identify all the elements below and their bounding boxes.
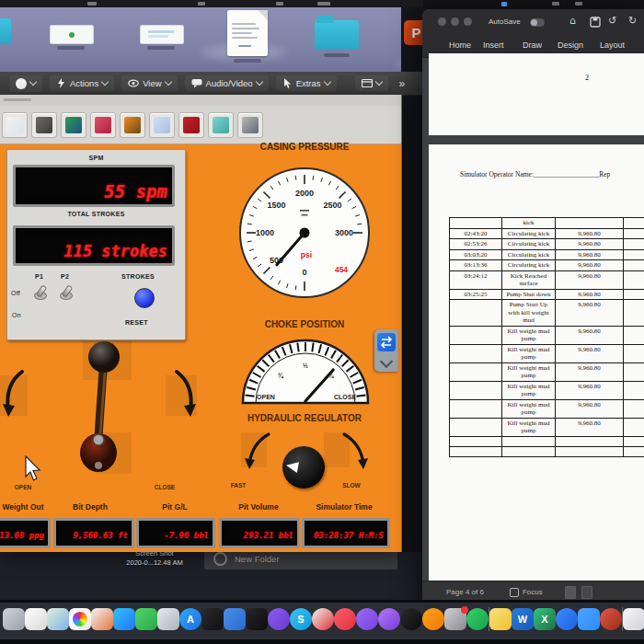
dock-screenshot-thumb-icon[interactable]: [623, 608, 644, 630]
dock-skype-icon[interactable]: S: [290, 608, 312, 630]
session-menu-button[interactable]: [9, 75, 42, 92]
p2-switch[interactable]: [57, 284, 74, 301]
toolbar-monitor-view-button[interactable]: [237, 112, 263, 138]
dock-keynote-icon[interactable]: [224, 608, 246, 630]
table-row: 03:13:36Circulating kick9,960.80: [450, 260, 644, 271]
dock-settings-icon[interactable]: [444, 608, 466, 630]
dock-tv-icon[interactable]: [400, 608, 422, 630]
window-select-button[interactable]: [355, 75, 388, 91]
tab-home[interactable]: Home: [449, 40, 471, 50]
choke-lever[interactable]: [72, 339, 136, 477]
desktop-document-icon[interactable]: [227, 10, 268, 56]
toolbar-mud-pits-button[interactable]: [90, 112, 116, 138]
toolbar-kill-sheet-button[interactable]: [178, 112, 204, 138]
zoom-button[interactable]: [464, 17, 472, 26]
dock-star-app-icon[interactable]: [268, 608, 290, 630]
dock-dark-grid-app-icon[interactable]: [246, 608, 268, 630]
cell-extra: [624, 363, 644, 381]
table-row: [450, 447, 644, 457]
mouse-cursor: [24, 455, 42, 481]
dock-zoom-icon[interactable]: [578, 608, 600, 630]
dock-red-sphere-app-icon[interactable]: [600, 608, 622, 630]
chevron-down-icon: [255, 78, 262, 86]
simulator-toolbar: [0, 106, 401, 144]
toolbar-more-button[interactable]: »: [399, 77, 406, 90]
desktop-screenshot-thumb-2[interactable]: [140, 25, 184, 44]
toolbar-bop-stack-button[interactable]: [61, 112, 86, 138]
dock-preview-icon[interactable]: [157, 608, 179, 630]
menu-audio-video[interactable]: Audio/Video: [185, 75, 269, 91]
cell-extra: [624, 400, 644, 418]
document-page-2[interactable]: Simulator Operator Name:________________…: [429, 144, 644, 581]
dock-launchpad-icon[interactable]: [91, 608, 113, 630]
session-app-icon: [16, 78, 27, 89]
pit-volume-label: Pit Volume: [223, 502, 294, 512]
undo-icon[interactable]: ↺: [608, 15, 616, 27]
toolbar-graph-window-button[interactable]: [149, 112, 175, 138]
cell-event: Pump Shut down: [502, 290, 556, 300]
cell-event: [502, 437, 556, 446]
toolbar-strip-chart-button[interactable]: [208, 112, 234, 138]
dock-finder-icon[interactable]: [3, 608, 25, 630]
pit-volume-display: 293.21 bbl: [219, 518, 300, 548]
dock-green-ring-app-icon[interactable]: [466, 608, 489, 630]
dock-word-icon[interactable]: W: [512, 608, 534, 630]
dock-teamviewer-icon[interactable]: [556, 608, 578, 630]
desktop-screenshot-thumb-1[interactable]: [50, 25, 94, 44]
document-page-1[interactable]: 2: [429, 53, 644, 135]
dock-textedit-icon[interactable]: [25, 608, 47, 630]
dock-red-slash-app-icon[interactable]: [312, 608, 334, 630]
toolbar-choke-panel-button[interactable]: [120, 112, 145, 138]
minimize-button[interactable]: [451, 17, 459, 26]
home-icon[interactable]: ⌂: [569, 15, 576, 27]
dock-stocks-icon[interactable]: [201, 608, 224, 630]
cell-depth: 9,960.80: [556, 260, 624, 270]
dock-notes-icon[interactable]: [489, 608, 512, 630]
tab-design[interactable]: Design: [558, 40, 583, 50]
dock-maps-icon[interactable]: [47, 608, 69, 630]
toolbar-well-schematic-button[interactable]: [2, 112, 28, 138]
app-window-icon: [362, 78, 373, 88]
simulator-time-display: 03:28:37 H:M:S: [302, 518, 390, 548]
cell-event: [502, 447, 556, 456]
dock-podcasts-icon[interactable]: [378, 608, 400, 630]
menu-extras[interactable]: Extras: [276, 75, 337, 91]
teamviewer-side-tab[interactable]: [374, 329, 398, 372]
autosave-toggle[interactable]: [530, 18, 545, 27]
close-button[interactable]: [438, 17, 446, 26]
strokes-reset-button[interactable]: [134, 288, 155, 308]
dock-excel-icon[interactable]: X: [534, 608, 556, 630]
chevron-down-icon: [164, 78, 171, 86]
tab-insert[interactable]: Insert: [483, 40, 504, 50]
desktop-file-teal-icon[interactable]: [0, 18, 11, 44]
dock-app-store-icon[interactable]: A: [179, 608, 201, 630]
chevron-down-icon: [374, 78, 382, 86]
dock-green-chat-icon[interactable]: [135, 608, 157, 630]
menu-view[interactable]: View: [121, 75, 177, 91]
p1-switch[interactable]: [31, 284, 48, 301]
cell-time: [450, 437, 502, 446]
view-mode-button-2[interactable]: [581, 586, 592, 599]
view-mode-button-1[interactable]: [565, 586, 576, 599]
dock-photos-icon[interactable]: [69, 608, 91, 630]
focus-button[interactable]: Focus: [510, 588, 543, 597]
lever-close-label: CLOSE: [145, 484, 184, 490]
cell-time: [450, 345, 502, 362]
tab-draw[interactable]: Draw: [523, 40, 542, 50]
fast-label: FAST: [224, 482, 253, 489]
tab-layout[interactable]: Layout: [600, 40, 625, 50]
dock-books-icon[interactable]: [422, 608, 444, 630]
dock-purple-app-icon[interactable]: [356, 608, 378, 630]
desktop-folder-blue-icon[interactable]: [315, 20, 359, 50]
desktop-screenshot-label[interactable]: Screen Shot 2020-0...12.48 AM: [109, 549, 201, 568]
regulator-knob[interactable]: [282, 446, 325, 489]
toolbar-pump-unit-button[interactable]: [31, 112, 57, 138]
dock-messages-icon[interactable]: [113, 608, 135, 630]
save-icon[interactable]: [590, 17, 601, 28]
strokes-button-label: STROKES: [121, 273, 155, 280]
menu-actions[interactable]: Actions: [50, 75, 114, 91]
dock-music-icon[interactable]: [334, 608, 356, 630]
table-row: 02:53:26Circulating kick9,960.80: [450, 239, 644, 250]
table-row: Kill weight mud pump9,960.80: [450, 400, 644, 419]
redo-icon[interactable]: ↻: [628, 15, 637, 27]
